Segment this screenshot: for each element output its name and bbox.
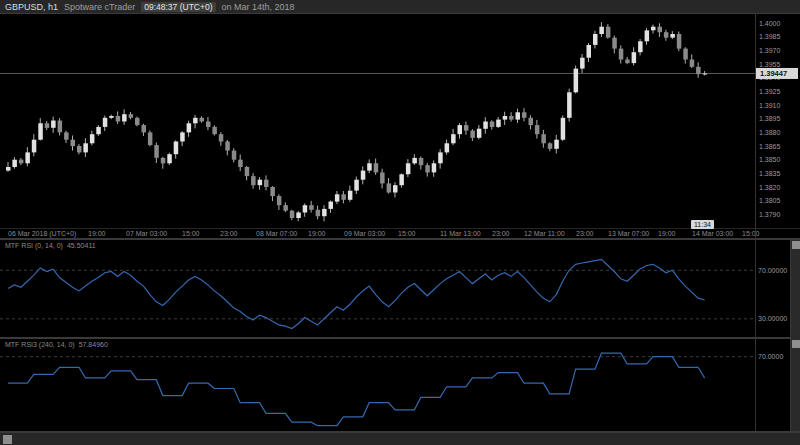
time-axis-label: 12 Mar 11:00	[524, 230, 565, 237]
date-label: on Mar 14th, 2018	[222, 2, 295, 12]
symbol-timeframe-label: GBPUSD, h1	[5, 2, 58, 12]
time-axis-label: 15:00	[182, 230, 200, 237]
indicator-name-label: MTF RSI (0, 14, 0)	[5, 242, 63, 249]
rsi-step-line	[8, 353, 705, 426]
svg-text:1.3790: 1.3790	[759, 211, 781, 218]
panel-collapse-button[interactable]	[792, 241, 800, 249]
indicator-value-label: 57.84960	[79, 341, 108, 348]
rsi-chart-canvas[interactable]: 70.0000030.00000	[0, 240, 790, 337]
bottom-bar	[0, 432, 800, 445]
price-axis-labels: 1.40001.39851.39701.39551.39401.39251.39…	[759, 20, 781, 218]
time-axis-label: 07 Mar 03:00	[126, 230, 167, 237]
svg-text:1.3985: 1.3985	[759, 33, 781, 40]
time-axis-label: 23:00	[220, 230, 238, 237]
time-axis-label: 09 Mar 03:00	[344, 230, 385, 237]
candlestick-chart-canvas[interactable]: 1.40001.39851.39701.39551.39401.39251.39…	[0, 14, 800, 228]
app-name-label: Spotware cTrader	[64, 2, 135, 12]
svg-text:1.3850: 1.3850	[759, 156, 781, 163]
svg-text:1.3835: 1.3835	[759, 170, 781, 177]
svg-text:1.3955: 1.3955	[759, 61, 781, 68]
bar-countdown-tag: 11:34	[691, 220, 714, 229]
svg-text:1.4000: 1.4000	[759, 20, 781, 27]
server-clock: 09:48:37 (UTC+0)	[141, 2, 215, 12]
svg-text:1.3805: 1.3805	[759, 197, 781, 204]
indicator-name-label: MTF RSI3 (240, 14, 0)	[5, 341, 75, 348]
ctrader-window: GBPUSD, h1 Spotware cTrader 09:48:37 (UT…	[0, 0, 800, 445]
svg-text:1.3865: 1.3865	[759, 143, 781, 150]
time-axis-label: 14 Mar 03:00	[692, 230, 733, 237]
time-axis-label: 19:00	[308, 230, 326, 237]
level-label: 70.0000	[758, 353, 783, 360]
svg-text:1.39447: 1.39447	[760, 69, 787, 78]
time-axis-label: 11 Mar 13:00	[440, 230, 481, 237]
scroll-grip[interactable]	[3, 435, 12, 444]
svg-text:1.3925: 1.3925	[759, 88, 781, 95]
svg-text:1.3895: 1.3895	[759, 115, 781, 122]
time-axis-label: 23:00	[576, 230, 594, 237]
candlestick-series	[6, 22, 707, 221]
chart-titlebar: GBPUSD, h1 Spotware cTrader 09:48:37 (UT…	[0, 0, 800, 14]
svg-text:1.3880: 1.3880	[759, 129, 781, 136]
time-axis-label: 13 Mar 07:00	[608, 230, 649, 237]
level-label: 70.00000	[758, 267, 787, 274]
time-axis-label: 15:00	[742, 230, 760, 237]
svg-text:1.3970: 1.3970	[759, 47, 781, 54]
indicator-panel-rsi[interactable]: 70.0000030.00000 MTF RSI (0, 14, 0) 45.5…	[0, 240, 800, 337]
time-axis-label: 06 Mar 2018 (UTC+0)	[8, 230, 76, 237]
indicator-header: MTF RSI (0, 14, 0) 45.50411	[5, 242, 96, 249]
indicator-value-label: 45.50411	[67, 242, 96, 249]
time-axis-label: 15:00	[398, 230, 416, 237]
level-label: 30.00000	[758, 315, 787, 322]
time-axis-label: 19:00	[88, 230, 106, 237]
panel-collapse-button[interactable]	[792, 340, 800, 348]
panel-scrollbar[interactable]	[790, 240, 800, 431]
price-chart-panel[interactable]: 1.40001.39851.39701.39551.39401.39251.39…	[0, 14, 800, 238]
time-axis-label: 23:00	[492, 230, 510, 237]
rsi-line	[8, 259, 705, 328]
rsi3-chart-canvas[interactable]: 70.0000	[0, 339, 790, 431]
svg-text:1.3910: 1.3910	[759, 102, 781, 109]
indicator-header: MTF RSI3 (240, 14, 0) 57.84960	[5, 341, 108, 348]
price-axis-divider	[755, 14, 756, 431]
svg-text:1.3820: 1.3820	[759, 184, 781, 191]
time-axis-label: 19:00	[658, 230, 676, 237]
time-axis-label: 08 Mar 07:00	[256, 230, 297, 237]
indicator-panel-rsi3[interactable]: 70.0000 MTF RSI3 (240, 14, 0) 57.84960	[0, 339, 800, 431]
